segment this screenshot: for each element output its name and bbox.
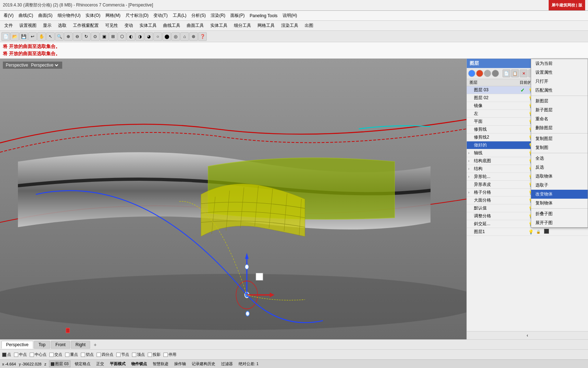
tool-solid[interactable]: 实体工具 bbox=[137, 22, 160, 29]
snap-knot[interactable]: 节点 bbox=[116, 352, 129, 357]
shading-icon[interactable]: ◕ bbox=[144, 32, 153, 41]
viewport-select[interactable]: Perspective Top Front Right bbox=[30, 62, 59, 68]
ctx-openonly[interactable]: 只打开 bbox=[531, 77, 588, 86]
status-gumball[interactable]: 操作轴 bbox=[173, 361, 187, 367]
render2-icon[interactable]: ◐ bbox=[127, 32, 135, 41]
grid-div-expand[interactable]: › bbox=[468, 190, 474, 194]
layer-color-icon2[interactable] bbox=[476, 70, 483, 77]
layer-color-icon3[interactable] bbox=[484, 70, 491, 77]
viewport-area[interactable]: Perspective Perspective Top Front Right bbox=[0, 59, 466, 339]
menu-item-transform[interactable]: 变动(T) bbox=[151, 11, 170, 20]
menu-item-surface[interactable]: 曲面(S) bbox=[36, 11, 55, 20]
status-plane-mode[interactable]: 平面模式 bbox=[108, 361, 127, 367]
snap-disable-cb[interactable] bbox=[163, 353, 168, 357]
light-icon[interactable]: ⬡ bbox=[118, 32, 126, 41]
tab-front[interactable]: Front bbox=[51, 341, 70, 349]
ctx-expandsub[interactable]: 展开子图 bbox=[531, 218, 588, 227]
ctx-newlayer[interactable]: 新图层 bbox=[531, 97, 588, 106]
tool-output[interactable]: 出图 bbox=[302, 22, 316, 29]
menu-item-mesh[interactable]: 网格(M) bbox=[103, 11, 123, 20]
snap-tan-cb[interactable] bbox=[81, 353, 85, 357]
menu-item-curve[interactable]: 曲线(C) bbox=[16, 11, 35, 20]
toolbar-icon1[interactable]: ⬤ bbox=[162, 32, 171, 41]
snap-project-cb[interactable] bbox=[148, 353, 152, 357]
ctx-copyobj[interactable]: 复制物体 bbox=[531, 199, 588, 208]
ctx-invert[interactable]: 反选 bbox=[531, 163, 588, 172]
snap-quad-cb[interactable] bbox=[97, 353, 101, 357]
snap-center[interactable]: 中心点 bbox=[30, 352, 46, 357]
tool-visibility[interactable]: 可见性 bbox=[102, 22, 121, 29]
panel-collapse-btn[interactable]: ‹ bbox=[467, 331, 588, 339]
rotate-icon[interactable]: ↻ bbox=[82, 32, 90, 41]
toolbar-icon5[interactable]: ❓ bbox=[198, 32, 207, 41]
layer-color-icon1[interactable] bbox=[468, 70, 475, 77]
snap-intersect[interactable]: 交点 bbox=[49, 352, 62, 357]
tool-file[interactable]: 文件 bbox=[1, 22, 16, 29]
status-filter[interactable]: 过滤器 bbox=[220, 361, 234, 367]
ctx-setcurrent[interactable]: 设为当前 bbox=[531, 59, 588, 68]
struct-expand[interactable]: › bbox=[468, 167, 474, 171]
snap-knot-cb[interactable] bbox=[116, 353, 121, 357]
ctx-selectobj[interactable]: 选取物体 bbox=[531, 172, 588, 181]
snap-project[interactable]: 投影 bbox=[148, 352, 161, 357]
snap-midpoint-cb[interactable] bbox=[14, 353, 18, 357]
zoom-icon[interactable]: 🔍 bbox=[55, 32, 64, 41]
layer-delete-btn[interactable]: ✕ bbox=[520, 69, 528, 77]
menu-item-help[interactable]: 说明(H) bbox=[280, 11, 299, 20]
status-ortho[interactable]: 正交 bbox=[95, 361, 106, 367]
tab-right[interactable]: Right bbox=[71, 341, 90, 349]
open-icon[interactable]: 📂 bbox=[10, 32, 19, 41]
toolbar-icon2[interactable]: ◎ bbox=[171, 32, 180, 41]
snap-intersect-cb[interactable] bbox=[49, 353, 54, 357]
layer1-color[interactable] bbox=[544, 229, 552, 235]
tool-viewport-config[interactable]: 工作视窗配置 bbox=[70, 22, 102, 29]
snap-center-cb[interactable] bbox=[30, 353, 34, 357]
menu-item-analyze[interactable]: 分析(S) bbox=[189, 11, 208, 20]
ctx-selectsub[interactable]: 选取子 bbox=[531, 181, 588, 190]
tool-subd[interactable]: 细分工具 bbox=[231, 22, 254, 29]
ctx-matchattr[interactable]: 匹配属性 bbox=[531, 86, 588, 95]
status-smart-track[interactable]: 智慧轨迹 bbox=[151, 361, 170, 367]
menu-item-view[interactable]: 看(V) bbox=[1, 11, 16, 20]
ctx-selectall[interactable]: 全选 bbox=[531, 154, 588, 163]
status-lock-grid[interactable]: 锁定格点 bbox=[73, 361, 92, 367]
snap-vertex[interactable]: 顶点 bbox=[132, 352, 145, 357]
status-history[interactable]: 记录建构历史 bbox=[190, 361, 217, 367]
pan-icon[interactable]: ✋ bbox=[37, 32, 46, 41]
snap-tangent[interactable]: 切点 bbox=[81, 352, 94, 357]
view-icon[interactable]: ▣ bbox=[100, 32, 108, 41]
menu-item-paneling[interactable]: Paneling Tools bbox=[248, 12, 280, 19]
menu-item-panel[interactable]: 面板(P) bbox=[228, 11, 247, 20]
layer1-vis[interactable]: 💡 bbox=[528, 229, 536, 234]
grid-icon[interactable]: ⊞ bbox=[109, 32, 117, 41]
snap-quad[interactable]: 四分点 bbox=[97, 352, 113, 357]
struct-base-expand[interactable]: › bbox=[468, 159, 474, 163]
add-viewport-btn[interactable]: + bbox=[91, 341, 99, 349]
snap-perpendicular[interactable]: 重点 bbox=[65, 352, 78, 357]
tool-transform[interactable]: 变动 bbox=[122, 22, 136, 29]
layer-indicator[interactable]: 图层 03 bbox=[49, 360, 70, 367]
zoom2-icon[interactable]: ⊕ bbox=[64, 32, 73, 41]
save-icon[interactable]: 💾 bbox=[19, 32, 28, 41]
select-icon[interactable]: ↖ bbox=[46, 32, 55, 41]
layer-color-icon4[interactable] bbox=[492, 70, 499, 77]
axis-expand[interactable]: › bbox=[468, 151, 474, 155]
tool-surface[interactable]: 曲面工具 bbox=[184, 22, 207, 29]
tool-display[interactable]: 显示 bbox=[40, 22, 54, 29]
layer-item-layer1[interactable]: 图层1 💡 🔒 bbox=[467, 228, 588, 236]
menu-item-render[interactable]: 渲染(R) bbox=[209, 11, 227, 20]
ctx-copylayer[interactable]: 复制图层 bbox=[531, 134, 588, 143]
layer-copy-btn[interactable]: 📋 bbox=[511, 69, 519, 77]
toolbar-icon4[interactable]: ⊛ bbox=[189, 32, 198, 41]
toolbar-icon3[interactable]: ⌂ bbox=[180, 32, 189, 41]
orbit-icon[interactable]: ⊙ bbox=[91, 32, 99, 41]
tool-select[interactable]: 选取 bbox=[55, 22, 69, 29]
new-icon[interactable]: 📄 bbox=[1, 32, 10, 41]
tool-mesh[interactable]: 网格工具 bbox=[255, 22, 278, 29]
layer1-lock[interactable]: 🔒 bbox=[536, 230, 544, 234]
menu-item-dim[interactable]: 尺寸标注(D) bbox=[123, 11, 151, 20]
ctx-deletelayer[interactable]: 删除图层 bbox=[531, 124, 588, 132]
snap-midpoint[interactable]: 中点 bbox=[14, 352, 27, 357]
menu-item-tools[interactable]: 工具(L) bbox=[171, 11, 189, 20]
material-icon[interactable]: ◑ bbox=[136, 32, 144, 41]
